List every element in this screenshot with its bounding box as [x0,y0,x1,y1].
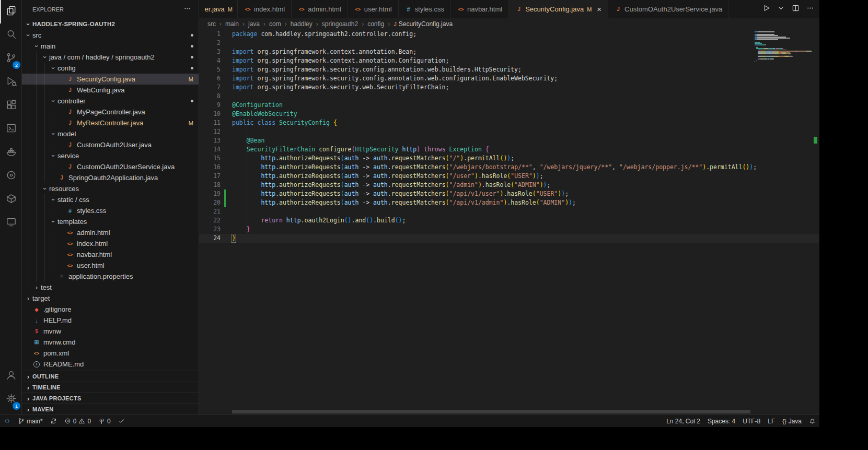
section-timeline[interactable]: ›TIMELINE [22,382,199,393]
code-line-16[interactable]: 16 http.authorizeRequests(auth -> auth.r… [199,163,819,172]
status-indentation[interactable]: Spaces: 4 [704,415,739,427]
section-outline[interactable]: ›OUTLINE [22,371,199,382]
breadcrumb-item-haddley[interactable]: haddley [291,20,313,28]
status-eol[interactable]: LF [764,415,779,427]
tree-item-resources[interactable]: ›resources [22,183,199,194]
activitybar-settings[interactable]: 1 [0,388,22,411]
code-line-24[interactable]: 24} [199,234,819,243]
tab-customoauth2userservice.java[interactable]: JCustomOAuth2UserService.java [608,0,729,18]
tab-styles.css[interactable]: #styles.css [399,0,451,18]
tree-item-.gitignore[interactable]: ◆.gitignore [22,304,199,315]
tree-item-help.md[interactable]: ↓HELP.md [22,315,199,326]
tab-user.html[interactable]: <>user.html [348,0,399,18]
tree-item-application.properties[interactable]: ≡application.properties [22,271,199,282]
code-line-15[interactable]: 15 http.authorizeRequests(auth -> auth.r… [199,154,819,163]
status-ports[interactable]: 0 [95,415,114,427]
tab-admin.html[interactable]: <>admin.html [292,0,348,18]
code-line-14[interactable]: 14 SecurityFilterChain configure(HttpSec… [199,145,819,154]
code-line-13[interactable]: 13 @Bean [199,136,819,145]
code-line-20[interactable]: 20 http.authorizeRequests(auth -> auth.r… [199,198,819,207]
tab-er.java[interactable]: er.javaM [199,0,238,18]
breadcrumb-item-main[interactable]: main [225,20,239,28]
tree-item-navbar.html[interactable]: <>navbar.html [22,249,199,260]
activitybar-accounts[interactable] [0,364,22,388]
horizontal-scrollbar[interactable] [232,410,750,413]
status-problems[interactable]: 00 [61,415,95,427]
code-line-1[interactable]: 1package com.haddley.springoauth2.contro… [199,30,819,39]
editor[interactable]: 1package com.haddley.springoauth2.contro… [199,30,819,415]
activitybar-run-debug[interactable] [0,70,22,94]
code-line-2[interactable]: 2 [199,39,819,48]
code-line-18[interactable]: 18 http.authorizeRequests(auth -> auth.r… [199,181,819,190]
tree-item-mypagecontroller.java[interactable]: JMyPageController.java [22,106,199,117]
close-icon[interactable]: × [597,5,601,13]
breadcrumb-item-com[interactable]: com [269,20,281,28]
tree-item-test[interactable]: ›test [22,282,199,293]
code-line-23[interactable]: 23 } [199,225,819,234]
status-git-branch[interactable]: main* [14,415,47,427]
tree-item-main[interactable]: ›main [22,41,199,52]
activitybar-explorer[interactable] [0,0,22,23]
activitybar-remote-explorer[interactable] [0,211,22,235]
tree-item-mvnw.cmd[interactable]: ⊞mvnw.cmd [22,337,199,348]
split-editor-icon[interactable] [792,4,800,14]
run-dropdown-icon[interactable] [777,4,785,14]
code-line-17[interactable]: 17 http.authorizeRequests(auth -> auth.r… [199,172,819,181]
code-line-11[interactable]: 11public class SecurityConfig { [199,119,819,127]
tree-item-pom.xml[interactable]: <>pom.xml [22,348,199,359]
tree-item-templates[interactable]: ›templates [22,216,199,227]
code-line-5[interactable]: 5import org.springframework.security.con… [199,65,819,74]
status-sync-changes[interactable] [47,415,61,427]
activitybar-source-control[interactable]: 2 [0,47,22,70]
code-line-6[interactable]: 6import org.springframework.security.con… [199,74,819,83]
code-line-8[interactable]: 8 [199,92,819,101]
status-task-status[interactable] [114,415,129,427]
minimap[interactable] [755,31,812,63]
activitybar-docker[interactable] [0,141,22,164]
code-line-9[interactable]: 9@Configuration [199,101,819,110]
activitybar-extensions[interactable] [0,94,22,117]
breadcrumb-item-java[interactable]: java [248,20,260,28]
section-java-projects[interactable]: ›JAVA PROJECTS [22,393,199,404]
tree-item-readme.md[interactable]: iREADME.md [22,359,199,370]
tree-item-service[interactable]: ›service [22,150,199,161]
code-line-10[interactable]: 10@EnableWebSecurity [199,110,819,119]
code-line-19[interactable]: 19 http.authorizeRequests(auth -> auth.r… [199,190,819,198]
status-cursor-position[interactable]: Ln 24, Col 2 [663,415,704,427]
activitybar-containers[interactable] [0,188,22,211]
section-maven[interactable]: ›MAVEN [22,404,199,415]
code-line-21[interactable]: 21 [199,207,819,216]
tree-item-admin.html[interactable]: <>admin.html [22,227,199,238]
tree-item-src[interactable]: ›src [22,30,199,41]
tab-navbar.html[interactable]: <>navbar.html [451,0,509,18]
status-notifications[interactable] [805,415,819,427]
tree-item-index.html[interactable]: <>index.html [22,238,199,249]
tree-item-securityconfig.java[interactable]: JSecurityConfig.javaM [22,74,199,85]
more-actions-icon[interactable] [806,4,814,14]
code-line-12[interactable]: 12 [199,127,819,136]
tree-item-static-css[interactable]: ›static / css [22,194,199,205]
tree-item-styles.css[interactable]: #styles.css [22,205,199,216]
tree-item-config[interactable]: ›config [22,63,199,74]
breadcrumb-item-config[interactable]: config [367,20,384,28]
status-encoding[interactable]: UTF-8 [739,415,764,427]
tree-item-java-com-haddley-springoauth2[interactable]: ›java / com / haddley / springoauth2 [22,52,199,63]
code-line-22[interactable]: 22 return http.oauth2Login().and().build… [199,216,819,225]
activitybar-search[interactable] [0,23,22,47]
tree-item-myrestcontroller.java[interactable]: JMyRestController.javaM [22,117,199,128]
breadcrumb-item-securityconfig.java[interactable]: JSecurityConfig.java [394,20,453,28]
activitybar-dashboard[interactable] [0,164,22,188]
tree-item-target[interactable]: ›target [22,293,199,304]
tree-item-user.html[interactable]: <>user.html [22,260,199,271]
tree-item-customoauth2user.java[interactable]: JCustomOAuth2User.java [22,139,199,150]
code-line-4[interactable]: 4import org.springframework.context.anno… [199,56,819,65]
more-actions-icon[interactable] [183,5,191,14]
status-language-mode[interactable]: {}Java [779,415,805,427]
breadcrumb-item-src[interactable]: src [207,20,216,28]
run-java-icon[interactable] [762,4,770,14]
tree-item-customoauth2userservice.java[interactable]: JCustomOAuth2UserService.java [22,161,199,172]
tree-item-webconfig.java[interactable]: JWebConfig.java [22,85,199,96]
tree-item-model[interactable]: ›model [22,128,199,139]
project-root-row[interactable]: › HADDLEY-SPRING-OAUTH2 [22,18,199,30]
activitybar-terminal[interactable] [0,117,22,141]
